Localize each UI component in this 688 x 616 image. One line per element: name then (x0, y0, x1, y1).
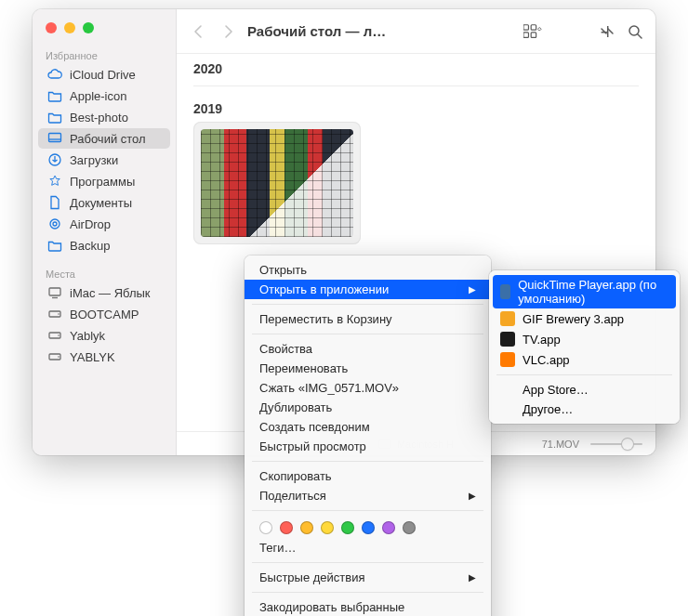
open-with-submenu: QuickTime Player.app (по умолчанию)GIF B… (489, 270, 680, 424)
tag-color[interactable] (321, 521, 334, 534)
sidebar-item-label: Backup (70, 239, 110, 253)
tag-color[interactable] (280, 521, 293, 534)
app-icon (500, 352, 515, 367)
menu-item-label: Создать псевдоним (259, 420, 370, 434)
sidebar-item-yablyk[interactable]: YABLYK (38, 347, 170, 367)
menu-item[interactable]: Переместить в Корзину (245, 309, 491, 329)
divider (193, 85, 639, 86)
window-title: Рабочий стол — л… (247, 23, 386, 39)
menu-item-label: Открыть в приложении (259, 282, 389, 296)
menu-item[interactable]: Открыть в приложении▶ (245, 280, 491, 299)
path-segment[interactable]: 71.MOV (542, 439, 579, 450)
menu-item[interactable]: Дублировать (245, 398, 491, 417)
search-button[interactable] (626, 22, 644, 41)
sidebar-item-label: Документы (70, 196, 132, 210)
tag-color[interactable] (403, 521, 416, 534)
tag-color[interactable] (382, 521, 395, 534)
menu-item-label: Теги… (259, 541, 296, 555)
submenu-item[interactable]: VLC.app (489, 349, 680, 370)
sidebar-item-загрузки[interactable]: Загрузки (38, 150, 170, 170)
menu-item[interactable]: Сжать «IMG_0571.MOV» (245, 378, 491, 398)
menu-item[interactable]: Теги… (245, 538, 491, 557)
sidebar-item-apple-icon[interactable]: Apple-icon (38, 85, 170, 106)
svg-rect-15 (523, 32, 528, 36)
submenu-item-label: QuickTime Player.app (по умолчанию) (518, 278, 665, 306)
menu-item-label: Быстрые действия (259, 570, 364, 584)
menu-item-label: Поделиться (259, 489, 326, 503)
sidebar-item-label: Программы (70, 175, 135, 189)
sidebar-item-icloud-drive[interactable]: iCloud Drive (38, 64, 170, 85)
submenu-item-label: VLC.app (523, 353, 570, 367)
sidebar-item-yablyk[interactable]: Yablyk (38, 325, 170, 346)
computer-icon (47, 285, 62, 300)
icon-size-slider[interactable] (590, 439, 642, 450)
menu-item[interactable]: Открыть (245, 260, 491, 280)
submenu-item-label: GIF Brewery 3.app (523, 312, 624, 326)
svg-rect-14 (531, 24, 536, 29)
menu-item[interactable]: Создать псевдоним (245, 417, 491, 437)
menu-item[interactable]: Быстрый просмотр (245, 437, 491, 456)
tag-color-row (245, 516, 491, 538)
menu-separator (252, 510, 483, 511)
sidebar-item-программы[interactable]: Программы (38, 171, 170, 191)
minimize-button[interactable] (64, 22, 75, 33)
sidebar-item-рабочий-стол[interactable]: Рабочий стол (38, 128, 170, 149)
apps-icon (47, 174, 62, 189)
group-header: 2020 (193, 54, 639, 82)
sidebar-item-imac-яблык[interactable]: iMac — Яблык (38, 282, 170, 303)
menu-item[interactable]: Скопировать (245, 466, 491, 486)
menu-item[interactable]: Быстрые действия▶ (245, 568, 491, 587)
menu-item[interactable]: Переименовать (245, 359, 491, 378)
folder-icon (47, 88, 62, 103)
tag-color[interactable] (362, 521, 375, 534)
submenu-arrow-icon: ▶ (469, 491, 476, 501)
back-button[interactable] (188, 21, 208, 42)
sidebar: Избранное iCloud DriveApple-iconBest-pho… (33, 9, 177, 455)
menu-item-label: Быстрый просмотр (259, 439, 366, 453)
disk-icon (47, 328, 62, 343)
app-icon (500, 311, 515, 326)
more-button[interactable] (598, 22, 616, 41)
sidebar-item-bootcamp[interactable]: BOOTCAMP (38, 304, 170, 324)
sidebar-item-label: Best-photo (70, 111, 128, 125)
svg-rect-16 (531, 32, 536, 36)
zoom-button[interactable] (83, 22, 94, 33)
sidebar-item-airdrop[interactable]: AirDrop (38, 214, 170, 234)
document-icon (47, 195, 62, 210)
menu-item[interactable]: Закодировать выбранные видеофайлы (245, 597, 491, 616)
forward-button[interactable] (218, 21, 238, 42)
thumbnail[interactable] (193, 122, 361, 244)
menu-item-label: Свойства (259, 342, 312, 356)
menu-item[interactable]: Свойства (245, 339, 491, 359)
sidebar-item-документы[interactable]: Документы (38, 192, 170, 213)
menu-separator (496, 374, 672, 375)
submenu-item[interactable]: QuickTime Player.app (по умолчанию) (493, 275, 676, 308)
sidebar-section-favorites: Избранное (33, 45, 176, 63)
tag-color[interactable] (341, 521, 354, 534)
sidebar-item-best-photo[interactable]: Best-photo (38, 107, 170, 127)
close-button[interactable] (46, 22, 57, 33)
submenu-item-label: App Store… (523, 383, 589, 397)
menu-item[interactable]: Поделиться▶ (245, 486, 491, 505)
sidebar-item-label: Загрузки (70, 153, 118, 167)
app-icon (500, 332, 515, 347)
sidebar-item-backup[interactable]: Backup (38, 235, 170, 256)
tag-color[interactable] (259, 521, 272, 534)
app-icon (500, 284, 510, 299)
submenu-item[interactable]: App Store… (489, 380, 680, 400)
sidebar-item-label: Apple-icon (70, 89, 126, 103)
gallery-item[interactable] (193, 122, 361, 244)
tag-color[interactable] (300, 521, 313, 534)
svg-point-12 (58, 356, 60, 358)
svg-rect-5 (49, 288, 60, 295)
view-options-button[interactable] (523, 22, 542, 41)
toolbar: Рабочий стол — л… (177, 9, 655, 54)
cloud-icon (47, 67, 62, 82)
svg-point-4 (50, 219, 60, 229)
submenu-item[interactable]: Другое… (489, 400, 680, 419)
menu-separator (252, 592, 483, 593)
sidebar-item-label: Рабочий стол (70, 132, 146, 146)
submenu-item[interactable]: TV.app (489, 329, 680, 349)
submenu-item[interactable]: GIF Brewery 3.app (489, 308, 680, 329)
menu-item-label: Скопировать (259, 469, 332, 483)
